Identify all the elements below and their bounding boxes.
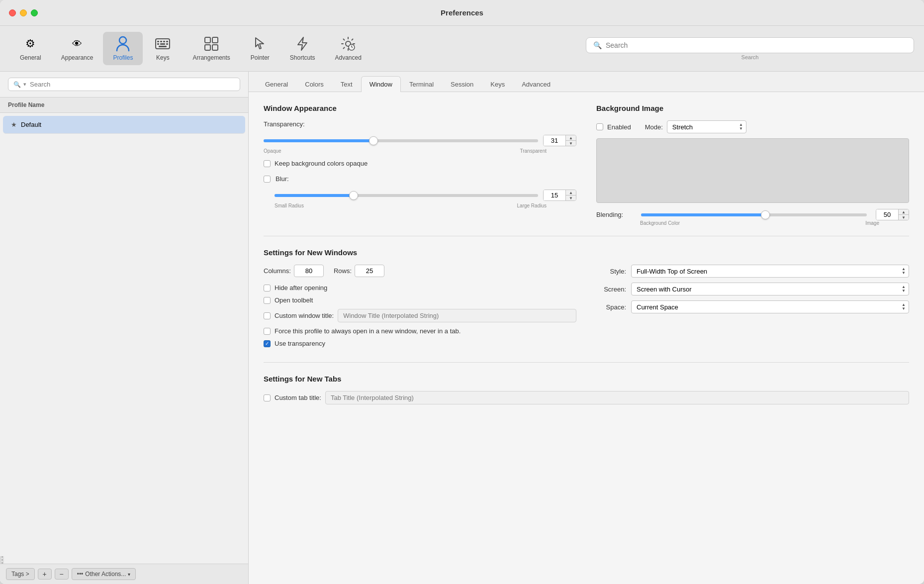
sidebar-search-box[interactable]: 🔍 ▾ bbox=[8, 78, 240, 91]
blending-slider-track[interactable] bbox=[641, 213, 867, 216]
blending-increment-button[interactable]: ▲ bbox=[899, 209, 909, 215]
tab-terminal[interactable]: Terminal bbox=[401, 76, 442, 92]
remove-profile-button[interactable]: − bbox=[55, 569, 69, 580]
blur-slider-container bbox=[275, 190, 538, 201]
add-profile-button[interactable]: + bbox=[38, 569, 52, 580]
arrangements-icon bbox=[203, 36, 219, 52]
tab-text[interactable]: Text bbox=[332, 76, 361, 92]
use-transparency-checkbox[interactable] bbox=[264, 340, 271, 347]
toolbar-general-label: General bbox=[20, 54, 41, 61]
blur-slider-track[interactable] bbox=[275, 194, 538, 197]
transparency-increment-button[interactable]: ▲ bbox=[566, 135, 576, 141]
tab-advanced[interactable]: Advanced bbox=[513, 76, 559, 92]
toolbar-item-general[interactable]: ⚙ General bbox=[10, 32, 51, 65]
toolbar-item-advanced[interactable]: Advanced bbox=[325, 32, 371, 65]
transparency-slider-thumb[interactable] bbox=[369, 136, 378, 145]
custom-window-title-row: Custom window title: bbox=[264, 309, 576, 322]
tab-window[interactable]: Window bbox=[361, 76, 401, 92]
eye-icon: 👁 bbox=[69, 36, 85, 52]
screen-chevron-icon: ▲ ▼ bbox=[902, 285, 906, 293]
blur-checkbox[interactable] bbox=[264, 176, 271, 183]
sidebar-search: 🔍 ▾ bbox=[0, 72, 248, 97]
transparency-number-input[interactable]: ▲ ▼ bbox=[543, 135, 576, 146]
open-toolbelt-checkbox[interactable] bbox=[264, 297, 271, 304]
gear-icon: ⚙ bbox=[22, 36, 38, 52]
rows-label: Rows: bbox=[334, 267, 352, 275]
tab-general[interactable]: General bbox=[257, 76, 296, 92]
tab-keys[interactable]: Keys bbox=[482, 76, 513, 92]
section-divider-1 bbox=[264, 236, 909, 236]
transparency-slider-fill bbox=[264, 139, 373, 142]
tab-session[interactable]: Session bbox=[442, 76, 482, 92]
list-item[interactable]: ★ Default bbox=[3, 116, 245, 134]
toolbar-item-pointer[interactable]: Pointer bbox=[240, 32, 280, 65]
rows-input[interactable] bbox=[355, 265, 384, 277]
keep-bg-opaque-checkbox[interactable] bbox=[264, 160, 271, 167]
svg-rect-2 bbox=[157, 41, 159, 42]
toolbar-item-profiles[interactable]: Profiles bbox=[103, 32, 143, 65]
space-chevron-icon: ▲ ▼ bbox=[902, 303, 906, 311]
minimize-button[interactable] bbox=[20, 9, 27, 16]
preferences-window: Preferences ⚙ General 👁 Appearance Profi… bbox=[0, 0, 924, 584]
svg-rect-11 bbox=[212, 37, 218, 43]
columns-input[interactable] bbox=[294, 265, 324, 277]
blur-value-input[interactable] bbox=[544, 190, 565, 200]
sidebar-table-body: ★ Default bbox=[0, 113, 248, 137]
force-new-window-checkbox[interactable] bbox=[264, 328, 271, 335]
custom-window-title-checkbox[interactable] bbox=[264, 312, 271, 319]
toolbar-item-arrangements[interactable]: Arrangements bbox=[183, 32, 240, 65]
toolbar-pointer-label: Pointer bbox=[251, 54, 270, 61]
open-toolbelt-row: Open toolbelt bbox=[264, 296, 576, 304]
force-new-window-row: Force this profile to always open in a n… bbox=[264, 327, 576, 335]
other-actions-button[interactable]: ••• Other Actions... ▾ bbox=[72, 568, 136, 580]
toolbar-search-box[interactable]: 🔍 bbox=[586, 37, 914, 53]
toolbar-item-appearance[interactable]: 👁 Appearance bbox=[51, 32, 103, 65]
screen-dropdown[interactable]: Screen with Cursor ▲ ▼ bbox=[631, 283, 909, 295]
blur-number-input[interactable]: ▲ ▼ bbox=[543, 190, 576, 201]
toolbar-advanced-label: Advanced bbox=[335, 54, 362, 61]
background-image-section: Background Image Enabled Mode: Stretch ▲… bbox=[596, 104, 909, 226]
tags-button[interactable]: Tags > bbox=[6, 568, 35, 580]
custom-tab-title-checkbox[interactable] bbox=[264, 394, 271, 401]
custom-tab-title-input[interactable] bbox=[325, 391, 909, 404]
toolbar: ⚙ General 👁 Appearance Profiles bbox=[0, 26, 924, 72]
blur-slider-thumb[interactable] bbox=[349, 191, 358, 200]
blur-decrement-button[interactable]: ▼ bbox=[566, 195, 576, 200]
blur-max-label: Large Radius bbox=[517, 203, 547, 208]
blur-label: Blur: bbox=[276, 175, 335, 183]
blending-control-row: Blending: ▲ bbox=[596, 209, 909, 220]
profile-name: Default bbox=[21, 121, 41, 128]
transparency-slider-track[interactable] bbox=[264, 139, 538, 142]
settings-new-windows: Settings for New Windows Columns: bbox=[264, 248, 909, 352]
toolbar-search-icon: 🔍 bbox=[593, 41, 602, 49]
toolbar-search-input[interactable] bbox=[606, 41, 907, 49]
hide-after-opening-checkbox[interactable] bbox=[264, 285, 271, 292]
style-dropdown[interactable]: Full-Width Top of Screen ▲ ▼ bbox=[631, 265, 909, 278]
close-button[interactable] bbox=[9, 9, 16, 16]
svg-rect-10 bbox=[205, 37, 210, 43]
blur-slider-fill bbox=[275, 194, 354, 197]
blur-slider-labels: Small Radius Large Radius bbox=[264, 203, 576, 208]
style-value: Full-Width Top of Screen bbox=[637, 268, 707, 275]
sidebar-search-input[interactable] bbox=[30, 81, 235, 88]
sidebar-resize-handle[interactable] bbox=[0, 556, 4, 564]
tab-colors[interactable]: Colors bbox=[296, 76, 332, 92]
toolbar-item-keys[interactable]: Keys bbox=[143, 32, 183, 65]
bg-enabled-checkbox[interactable] bbox=[596, 123, 603, 130]
custom-window-title-input[interactable] bbox=[338, 309, 576, 322]
blending-slider-thumb[interactable] bbox=[761, 210, 770, 219]
blending-decrement-button[interactable]: ▼ bbox=[899, 215, 909, 220]
transparency-decrement-button[interactable]: ▼ bbox=[566, 141, 576, 146]
style-chevron-icon: ▲ ▼ bbox=[902, 267, 906, 275]
maximize-button[interactable] bbox=[31, 9, 38, 16]
detail-content: Window Appearance Transparency: bbox=[249, 92, 924, 584]
space-dropdown[interactable]: Current Space ▲ ▼ bbox=[631, 300, 909, 313]
blending-number-input[interactable]: ▲ ▼ bbox=[876, 209, 909, 220]
bg-mode-dropdown[interactable]: Stretch ▲ ▼ bbox=[667, 120, 746, 133]
toolbar-item-shortcuts[interactable]: Shortcuts bbox=[280, 32, 325, 65]
resize-dots bbox=[1, 556, 3, 564]
transparency-value-input[interactable] bbox=[544, 135, 565, 146]
transparency-stepper: ▲ ▼ bbox=[565, 135, 576, 146]
blur-increment-button[interactable]: ▲ bbox=[566, 190, 576, 195]
blending-value-input[interactable] bbox=[876, 209, 898, 220]
